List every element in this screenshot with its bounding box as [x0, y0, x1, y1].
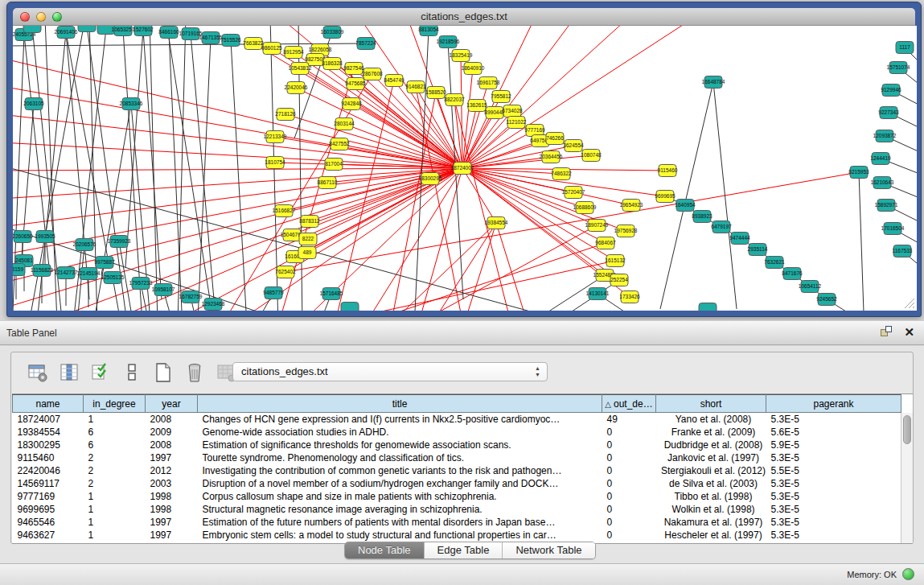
graph-edge[interactable]: [461, 56, 462, 168]
graph-node[interactable]: 20853346: [120, 98, 143, 110]
graph-edge[interactable]: [496, 223, 528, 311]
graph-node[interactable]: 1733426: [619, 291, 640, 303]
graph-node[interactable]: 16033809: [321, 27, 344, 39]
graph-node[interactable]: 9115460: [658, 165, 678, 177]
graph-node[interactable]: 2803144: [334, 118, 355, 130]
graph-edge[interactable]: [169, 32, 182, 311]
graph-node[interactable]: 19218596: [437, 36, 460, 48]
graph-edge[interactable]: [191, 34, 214, 299]
graph-node[interactable]: 17359928: [108, 236, 131, 248]
column-header-year[interactable]: year: [146, 395, 198, 413]
clear-selection-icon[interactable]: [121, 362, 142, 383]
graph-node[interactable]: 252254: [610, 274, 628, 286]
graph-node[interactable]: 8215953: [848, 167, 869, 179]
graph-node[interactable]: 10958107: [152, 284, 175, 296]
graph-node[interactable]: 9242848: [341, 98, 362, 110]
graph-edge[interactable]: [125, 30, 143, 267]
graph-node[interactable]: 9827546: [343, 63, 364, 75]
graph-edge[interactable]: [367, 168, 462, 311]
graph-node[interactable]: 2935114: [748, 244, 768, 256]
graph-node[interactable]: 6734028: [502, 105, 523, 117]
graph-node[interactable]: 10688609: [573, 202, 597, 214]
graph-node[interactable]: 10654112: [799, 281, 822, 293]
graph-node[interactable]: 9485779: [263, 287, 284, 299]
graph-node[interactable]: 17957233: [129, 278, 153, 290]
graph-node[interactable]: 9475685: [345, 78, 366, 90]
graph-edge[interactable]: [178, 26, 186, 311]
graph-node[interactable]: 9129946: [881, 84, 901, 97]
window-titlebar[interactable]: citations_edges.txt: [13, 2, 915, 26]
graph-node[interactable]: 16782759: [179, 291, 203, 303]
table-row[interactable]: 2242004622012Investigating the contribut…: [13, 464, 901, 477]
graph-node[interactable]: 20691406: [55, 27, 78, 39]
graph-node[interactable]: 16648784: [702, 76, 725, 89]
table-row[interactable]: 911546021997Tourette syndrome. Phenomeno…: [13, 451, 901, 464]
graph-edge[interactable]: [66, 32, 89, 299]
resize-grip-icon[interactable]: [904, 298, 915, 309]
graph-node[interactable]: 1993505: [35, 231, 55, 243]
network-graph[interactable]: 2405572420691406106532571527602846616010…: [13, 26, 917, 311]
graph-node[interactable]: 746266: [546, 133, 564, 145]
graph-node[interactable]: 15892971: [875, 200, 898, 212]
graph-node[interactable]: 7857224: [355, 38, 376, 50]
graph-edge[interactable]: [150, 26, 158, 311]
graph-node[interactable]: 93159: [13, 264, 25, 276]
graph-edge[interactable]: [713, 82, 737, 309]
select-all-icon[interactable]: [90, 362, 111, 383]
tab-edge-table[interactable]: Edge Table: [425, 542, 503, 558]
graph-node[interactable]: 1167533: [893, 245, 913, 257]
graph-node[interactable]: 7663822: [243, 38, 264, 50]
graph-node[interactable]: 15720407: [562, 187, 585, 199]
graph-node[interactable]: 9227343: [878, 107, 899, 119]
graph-node[interactable]: 8813054: [418, 26, 439, 36]
vertical-scrollbar[interactable]: [901, 413, 913, 543]
graph-node[interactable]: 7486322: [551, 168, 572, 180]
graph-node[interactable]: 9975887: [94, 257, 115, 269]
graph-node[interactable]: 1810754: [265, 157, 285, 169]
graph-node[interactable]: 19384554: [485, 217, 508, 229]
table-row[interactable]: 1872400712008Changes of HCN gene express…: [13, 413, 901, 426]
graph-node[interactable]: 1588520: [425, 87, 446, 99]
graph-node[interactable]: 8867110: [318, 177, 338, 189]
column-header-in_degree[interactable]: in_degree: [84, 395, 146, 413]
graph-node[interactable]: 7955812: [491, 91, 511, 103]
graph-node[interactable]: 8912954: [283, 47, 304, 59]
graph-node[interactable]: 22420046: [285, 82, 308, 94]
graph-edge[interactable]: [231, 40, 246, 311]
table-row[interactable]: 1456911722003Disruption of a novel membe…: [13, 477, 901, 490]
graph-node[interactable]: 1121022: [507, 117, 527, 129]
graph-edge[interactable]: [462, 26, 576, 168]
graph-node[interactable]: 1527602: [133, 26, 154, 36]
graph-node[interactable]: 817004: [325, 159, 343, 171]
graph-node[interactable]: 1244419: [870, 153, 891, 165]
graph-node[interactable]: 8822037: [444, 94, 465, 106]
table-row[interactable]: 946362711997Embryonic stem cells: a mode…: [13, 529, 901, 542]
graph-node[interactable]: 12145194: [77, 268, 101, 280]
graph-node[interactable]: 7515526: [220, 35, 241, 47]
table-row[interactable]: 969969511998Structural magnetic resonanc…: [13, 503, 901, 516]
graph-node[interactable]: 7632621: [764, 257, 785, 269]
graph-node[interactable]: 8938923: [692, 211, 713, 223]
graph-node[interactable]: 7625402: [275, 266, 296, 278]
graph-edge[interactable]: [166, 26, 214, 311]
graph-node[interactable]: 8427552: [329, 138, 350, 150]
table-row[interactable]: 1830029562008Estimation of significance …: [13, 439, 901, 451]
graph-node[interactable]: 2718126: [275, 109, 296, 121]
graph-edge[interactable]: [143, 30, 162, 299]
table-row[interactable]: 977716911998Corpus callosum shape and si…: [13, 490, 901, 503]
graph-node[interactable]: 8471676: [782, 268, 803, 280]
graph-node[interactable]: 6479197: [711, 221, 732, 233]
table-row[interactable]: 946554611997Estimation of the future num…: [13, 516, 901, 529]
table-row[interactable]: 1938455462009Genome-wide association stu…: [13, 426, 901, 439]
tab-network-table[interactable]: Network Table: [503, 542, 594, 558]
graph-node[interactable]: 2867608: [362, 68, 383, 80]
graph-node[interactable]: 18300295: [419, 173, 442, 185]
graph-node[interactable]: 9860125: [261, 43, 282, 55]
close-panel-icon[interactable]: ✕: [904, 326, 914, 338]
graph-node[interactable]: 19654923: [620, 200, 643, 212]
column-header-out_de[interactable]: △out_de…: [602, 395, 656, 413]
float-panel-icon[interactable]: [881, 326, 893, 338]
column-header-short[interactable]: short: [656, 395, 766, 413]
graph-node[interactable]: 8878312: [299, 216, 320, 228]
graph-node[interactable]: 20206576: [73, 239, 97, 251]
